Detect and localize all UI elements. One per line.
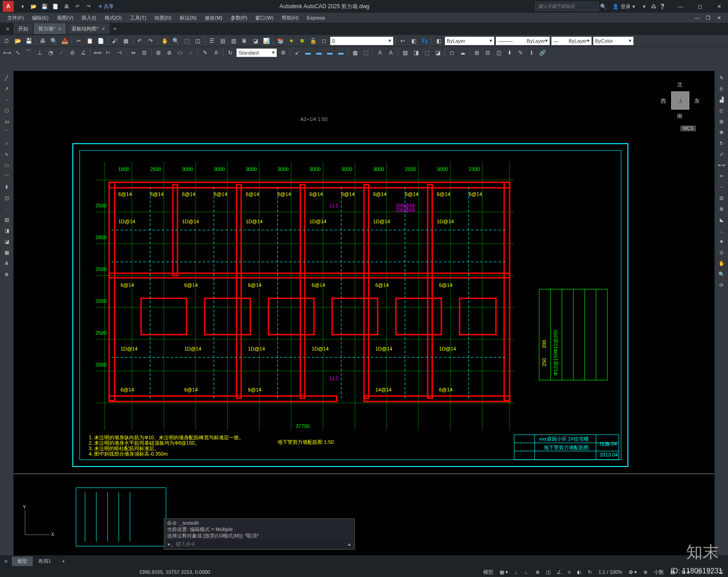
addsel-icon[interactable]: ⊕ xyxy=(1,269,13,279)
revcloud-icon[interactable]: ☁ xyxy=(458,48,468,58)
status-zoom[interactable]: 1:1 / 100% xyxy=(597,569,624,575)
nav-zoom-icon[interactable]: 🔍 xyxy=(716,269,728,279)
status-trans-icon[interactable]: ◐ xyxy=(575,569,583,575)
file-tabs-menu-icon[interactable]: ≡ xyxy=(2,23,14,35)
make-block-icon[interactable]: ◫ xyxy=(1,193,13,203)
share-button[interactable]: ✈ 共享 xyxy=(98,3,114,10)
save-icon[interactable]: 💾 xyxy=(24,36,34,46)
extend-icon[interactable]: → xyxy=(716,182,728,192)
dim-tedit-icon[interactable]: A xyxy=(211,48,221,58)
copy-r-icon[interactable]: ⎘ xyxy=(716,84,728,94)
layout-add-button[interactable]: + xyxy=(56,557,70,565)
arc-icon[interactable]: ⌒ xyxy=(1,127,13,137)
model-tab[interactable]: 模型 xyxy=(12,557,33,566)
block-make-icon[interactable]: ◫ xyxy=(494,48,504,58)
menu-view[interactable]: 视图(V) xyxy=(53,14,77,22)
layer-iso-icon[interactable]: ◧ xyxy=(409,36,419,46)
tab-start[interactable]: 开始 xyxy=(14,23,33,34)
line-icon[interactable]: ╱ xyxy=(1,73,13,83)
chamfer-icon[interactable]: ◣ xyxy=(716,215,728,225)
polygon-icon[interactable]: ⬠ xyxy=(1,105,13,115)
status-ortho-icon[interactable]: ∟ xyxy=(522,569,531,575)
viewcube-top[interactable]: 上 xyxy=(671,91,689,110)
tab-drawing-1[interactable]: 剪力墙*✕ xyxy=(34,23,66,34)
block-insert-icon[interactable]: ⬇ xyxy=(505,48,515,58)
dim-rad-icon[interactable]: ◔ xyxy=(46,48,56,58)
boundary-icon[interactable]: ⬚ xyxy=(422,48,432,58)
dim-jog-icon[interactable]: ⟋ xyxy=(56,48,66,58)
dim-space-icon[interactable]: ⇔ xyxy=(128,48,138,58)
mleader-align-icon[interactable]: ▬ xyxy=(336,48,346,58)
wcs-label[interactable]: WCS xyxy=(680,125,696,131)
menu-edit[interactable]: 编辑(E) xyxy=(28,14,52,22)
mtext-icon[interactable]: A xyxy=(375,48,385,58)
region-left-icon[interactable]: ◪ xyxy=(1,236,13,246)
qat-redo-icon[interactable]: ↷ xyxy=(84,2,93,11)
layer-dropdown[interactable]: 0▾ xyxy=(330,36,394,45)
qat-plot-icon[interactable]: 🖶 xyxy=(62,2,71,11)
explode-icon[interactable]: ✷ xyxy=(716,236,728,246)
props-icon[interactable]: ☰ xyxy=(207,36,217,46)
sheet-icon[interactable]: ▤ xyxy=(217,36,228,46)
qat-save-icon[interactable]: 💾 xyxy=(40,2,49,11)
doc-minimize-button[interactable]: — xyxy=(692,13,703,22)
hatch-left-icon[interactable]: ▨ xyxy=(1,215,13,225)
gradient-icon[interactable]: ◨ xyxy=(411,48,421,58)
dim-dia-icon[interactable]: ⊘ xyxy=(67,48,77,58)
tab-add-button[interactable]: + xyxy=(111,26,120,31)
dim-linear-icon[interactable]: ⟷ xyxy=(2,48,12,58)
print-icon[interactable]: 🖶 xyxy=(38,36,48,46)
dim-update-icon[interactable]: ↻ xyxy=(225,48,235,58)
wipeout-icon[interactable]: ◻ xyxy=(447,48,457,58)
calc-icon[interactable]: 🖩 xyxy=(239,36,249,46)
join-icon[interactable]: ⊕ xyxy=(716,204,728,214)
insert-icon[interactable]: ⬇ xyxy=(1,182,13,192)
layer-prev-icon[interactable]: ↩ xyxy=(398,36,408,46)
trim-icon[interactable]: ✂ xyxy=(716,171,728,181)
zoom-ext-icon[interactable]: ⬚ xyxy=(182,36,192,46)
ungroup-icon[interactable]: ⊟ xyxy=(483,48,493,58)
break-icon[interactable]: ⊟ xyxy=(716,193,728,203)
lineweight-dropdown[interactable]: —ByLayer▾ xyxy=(551,36,592,45)
mleader-icon[interactable]: ▬ xyxy=(303,48,313,58)
text-icon[interactable]: A xyxy=(386,48,396,58)
zoom-win-icon[interactable]: ◫ xyxy=(192,36,202,46)
menu-modify[interactable]: 修改(M) xyxy=(201,14,226,22)
copy-icon[interactable]: 📋 xyxy=(85,36,95,46)
status-polar-icon[interactable]: ⊕ xyxy=(534,569,541,575)
table-icon[interactable]: ▦ xyxy=(350,48,360,58)
point-icon[interactable]: · xyxy=(1,204,13,214)
jog-line-icon[interactable]: ⟋ xyxy=(186,48,196,58)
rotate-icon[interactable]: ↻ xyxy=(716,138,728,148)
status-anno-icon[interactable]: ⊕ xyxy=(642,569,649,575)
doc-close-button[interactable]: ✕ xyxy=(713,13,724,22)
menu-dim[interactable]: 标注(N) xyxy=(176,14,200,22)
attdef-icon[interactable]: ℹ xyxy=(526,48,536,58)
status-snap-icon[interactable]: ⟂ xyxy=(513,569,520,575)
status-lwt-icon[interactable]: ≡ xyxy=(566,569,572,575)
block-edit-icon[interactable]: ✎ xyxy=(516,48,526,58)
erase-icon[interactable]: ✎ xyxy=(716,73,728,83)
cmd-input[interactable]: 键入命令 xyxy=(175,541,195,547)
dim-edit-icon[interactable]: ✎ xyxy=(200,48,210,58)
table-left-icon[interactable]: ▦ xyxy=(1,247,13,257)
scale-icon[interactable]: ⤢ xyxy=(716,149,728,159)
dim-base-icon[interactable]: ⊢ xyxy=(103,48,113,58)
status-units[interactable]: 小数 xyxy=(652,569,666,576)
menu-insert[interactable]: 插入(I) xyxy=(78,14,100,22)
preview-icon[interactable]: 🔍 xyxy=(49,36,59,46)
layer-state-icon[interactable]: ☀ xyxy=(286,36,296,46)
dim-quick-icon[interactable]: ⟺ xyxy=(92,48,102,58)
layout1-tab[interactable]: 布局1 xyxy=(33,557,56,566)
status-otrack-icon[interactable]: ∠ xyxy=(555,569,563,575)
zoom-icon[interactable]: 🔍 xyxy=(171,36,181,46)
mleader-add-icon[interactable]: ▬ xyxy=(314,48,324,58)
linetype-dropdown[interactable]: ———ByLayer▾ xyxy=(495,36,550,45)
nav-pan-icon[interactable]: ✋ xyxy=(716,258,728,268)
qat-new-icon[interactable]: ▾ xyxy=(18,2,27,11)
ray-icon[interactable]: ↗ xyxy=(1,84,13,94)
menu-tools[interactable]: 工具(T) xyxy=(126,14,150,22)
command-window[interactable]: 命令: _textedit 当前设置: 编辑模式 = Multiple 选择注释… xyxy=(164,518,355,550)
help-icon[interactable]: ❔ xyxy=(658,2,667,11)
mtext-left-icon[interactable]: A xyxy=(1,258,13,268)
